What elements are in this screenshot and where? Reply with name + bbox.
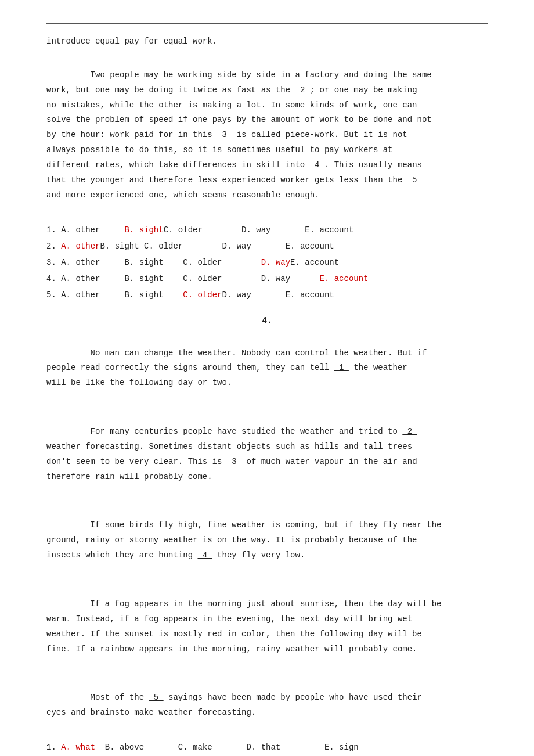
section4-p4: If a fog appears in the morning just abo…	[46, 582, 488, 672]
top-divider	[46, 23, 488, 24]
intro-text: introduce equal pay for equal work.	[46, 34, 488, 49]
answer-row-4: 4. A. other B. sight C. older D. way E. …	[46, 271, 488, 287]
section4-p3: If some birds fly high, fine weather is …	[46, 503, 488, 578]
page: introduce equal pay for equal work. Two …	[0, 0, 534, 756]
section4-title: 4.	[46, 316, 488, 325]
section4-p1: No man can change the weather. Nobody ca…	[46, 331, 488, 406]
answer-row-1: 1. A. other B. sightC. older D. way E. a…	[46, 222, 488, 238]
answer-row-2: 2. A. otherB. sight C. older D. way E. a…	[46, 238, 488, 254]
answer-row-5: 5. A. other B. sight C. olderD. way E. a…	[46, 287, 488, 303]
section4-p2: For many centuries people have studied t…	[46, 409, 488, 499]
section4-answers: 1. A. what B. above C. make D. that E. s…	[46, 739, 488, 756]
section3-answers: 1. A. other B. sightC. older D. way E. a…	[46, 222, 488, 303]
section4-p5: Most of the 5 sayings have been made by …	[46, 675, 488, 736]
paragraph1: Two people may be working side by side i…	[46, 53, 488, 218]
s4-answer-row-1: 1. A. what B. above C. make D. that E. s…	[46, 739, 488, 755]
answer-row-3: 3. A. other B. sight C. older D. wayE. a…	[46, 254, 488, 271]
